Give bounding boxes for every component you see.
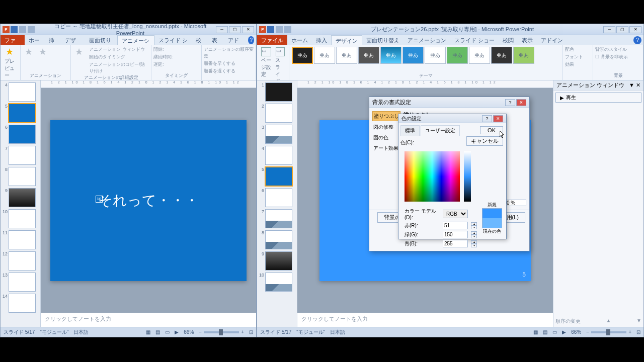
undo-icon[interactable] [19, 26, 26, 33]
tab-animations[interactable]: アニメーション [117, 35, 154, 45]
reorder-down[interactable]: ▼ [636, 318, 641, 325]
theme-6[interactable]: 亜あ [403, 47, 424, 64]
zoom-in[interactable]: + [241, 329, 244, 335]
move-later[interactable]: 順番を遅くする [204, 68, 254, 74]
zoom-slider[interactable] [204, 331, 239, 333]
blue-input[interactable] [443, 240, 468, 247]
tab-design[interactable]: デザイン [61, 35, 85, 45]
zoom-out[interactable]: − [586, 329, 589, 335]
zoom-out[interactable]: − [199, 329, 202, 335]
tab-file[interactable]: ファイル [1, 35, 25, 45]
maximize-button[interactable]: ▢ [616, 26, 628, 33]
notes-pane[interactable]: クリックしてノートを入力 [41, 313, 256, 327]
cp-close[interactable]: ✕ [493, 115, 503, 122]
theme-gallery[interactable]: 亜あ 亜あ 亜あ 亜あ 亜あ 亜あ 亜あ 亜あ 亜あ 亜あ 亜あ [291, 46, 560, 64]
cp-help[interactable]: ? [482, 115, 492, 122]
cp-ok-button[interactable]: OK [480, 126, 503, 134]
move-earlier[interactable]: 順番を早くする [204, 60, 254, 67]
help-icon[interactable]: ? [248, 36, 254, 44]
effect-options-button[interactable]: ★ [37, 46, 51, 58]
theme-5[interactable]: 亜あ [380, 47, 401, 64]
thumb-10[interactable] [265, 273, 292, 292]
color-model-select[interactable]: RGB [443, 210, 468, 218]
thumb-4[interactable] [265, 146, 292, 165]
tab-transitions[interactable]: 画面切り替え [362, 35, 404, 45]
save-icon[interactable] [267, 26, 274, 33]
theme-7[interactable]: 亜あ [425, 47, 446, 64]
color-gradient[interactable] [405, 151, 460, 202]
cp-tab-standard[interactable]: 標準 [400, 125, 420, 136]
cat-artistic[interactable]: アート効果 [372, 144, 400, 153]
cp-cancel-button[interactable]: キャンセル [466, 136, 503, 146]
view-sorter-icon[interactable]: ▤ [543, 329, 547, 335]
colors-btn[interactable]: 配色 [565, 46, 591, 53]
cp-tab-custom[interactable]: ユーザー設定 [421, 125, 460, 136]
minimize-button[interactable]: ─ [216, 26, 228, 33]
fit-icon[interactable]: ⊡ [249, 329, 253, 335]
dialog-help[interactable]: ? [505, 99, 515, 106]
save-icon[interactable] [11, 26, 18, 33]
view-reading-icon[interactable]: ▭ [165, 329, 170, 335]
red-input[interactable] [443, 222, 468, 229]
tab-home[interactable]: ホーム [25, 35, 45, 45]
chevron-down-icon[interactable]: ▼ ✕ [629, 82, 640, 88]
thumb-1[interactable] [265, 82, 292, 102]
cat-pic-adjust[interactable]: 図の修整 [372, 123, 400, 132]
thumb-7[interactable] [9, 146, 36, 165]
view-normal-icon[interactable]: ▦ [533, 329, 538, 335]
thumb-11[interactable] [9, 230, 36, 249]
thumb-9[interactable] [265, 251, 292, 270]
view-slideshow-icon[interactable]: ▶ [562, 329, 566, 335]
tab-review[interactable]: 校閲 [192, 35, 208, 45]
green-input[interactable] [443, 231, 468, 238]
tab-animations[interactable]: アニメーション [404, 35, 450, 45]
fit-icon[interactable]: ⊡ [636, 329, 640, 335]
thumb-4[interactable] [9, 82, 36, 102]
slide-thumbnails[interactable]: 4 5 6 7 8 9 10 11 12 13 14 [1, 80, 41, 327]
cat-fill[interactable]: 塗りつぶし [372, 111, 400, 121]
tab-file[interactable]: ファイル [257, 35, 287, 45]
add-animation-button[interactable]: ★ [73, 46, 87, 74]
play-button[interactable]: ▶ 再生 [555, 93, 641, 103]
dialog-close[interactable]: ✕ [516, 99, 526, 106]
preview-button[interactable]: ★プレビュー [3, 46, 18, 80]
tab-view[interactable]: 表示 [518, 35, 537, 45]
tab-view[interactable]: 表示 [208, 35, 224, 45]
notes-pane[interactable]: クリックしてノートを入力 [297, 313, 553, 327]
color-lightness-slider[interactable] [464, 151, 471, 202]
tab-slideshow[interactable]: スライド ショー [154, 35, 192, 45]
tab-addin[interactable]: アドイン [537, 35, 567, 45]
tab-addin[interactable]: アドイン [224, 35, 248, 45]
slide-thumbnails[interactable]: 1 2 3 4 5 6 7 8 9 10 [257, 80, 297, 327]
theme-3[interactable]: 亜あ [336, 47, 357, 64]
thumb-13[interactable] [9, 273, 36, 292]
thumb-14[interactable] [9, 294, 36, 313]
thumb-10[interactable] [9, 209, 36, 228]
anim-copy-btn[interactable]: アニメーションのコピー/貼り付け [89, 61, 149, 74]
theme-9[interactable]: 亜あ [469, 47, 490, 64]
tab-transitions[interactable]: 画面切り替え [85, 35, 117, 45]
trigger-btn[interactable]: 開始のタイミング [89, 54, 149, 60]
theme-4[interactable]: 亜あ [358, 47, 379, 64]
reorder-up[interactable]: ▲ [606, 318, 611, 325]
redo-icon[interactable] [28, 26, 35, 33]
thumb-9[interactable] [9, 188, 36, 207]
close-button[interactable]: ✕ [242, 26, 254, 33]
help-icon[interactable]: ? [633, 36, 641, 44]
thumb-3[interactable] [265, 125, 292, 144]
view-reading-icon[interactable]: ▭ [552, 329, 557, 335]
tab-design[interactable]: デザイン [331, 35, 362, 45]
thumb-6[interactable] [9, 125, 36, 144]
slide-5[interactable]: 10 それって・・・ [50, 120, 247, 281]
tab-insert[interactable]: 挿入 [45, 35, 61, 45]
zoom-slider[interactable] [591, 331, 626, 333]
theme-11[interactable]: 亜あ [513, 47, 534, 64]
hide-bg-check[interactable]: ☐ 背景を非表示 [595, 54, 641, 60]
tab-home[interactable]: ホーム [287, 35, 312, 45]
theme-2[interactable]: 亜あ [314, 47, 335, 64]
transparency-input[interactable] [506, 200, 526, 206]
cat-pic-color[interactable]: 図の色 [372, 133, 400, 142]
anim-window-btn[interactable]: アニメーション ウィンドウ [89, 46, 149, 53]
thumb-8[interactable] [265, 230, 292, 249]
thumb-5[interactable] [9, 104, 36, 123]
